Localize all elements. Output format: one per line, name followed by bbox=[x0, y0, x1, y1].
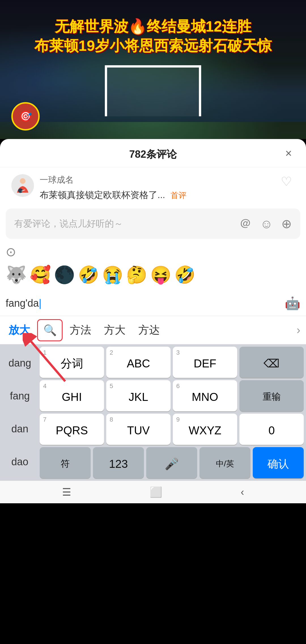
key-label-jkl: JKL bbox=[129, 391, 148, 403]
suggestions-row: 放大 🔍 方法 方大 方达 › bbox=[0, 316, 306, 344]
key-num-7: 7 bbox=[43, 416, 46, 423]
comment-item: 一球成名 布莱顿真接锁定欧联杯资格了... 首评 ♡ bbox=[0, 167, 306, 209]
key-label-zero: 0 bbox=[268, 424, 275, 437]
suggestion-方大[interactable]: 方大 bbox=[98, 320, 131, 340]
emoji-rofl[interactable]: 🤣 bbox=[174, 265, 196, 285]
nav-menu-icon[interactable]: ☰ bbox=[62, 486, 71, 498]
comments-count: 782条评论 bbox=[129, 148, 177, 161]
emoji-cry[interactable]: 😭 bbox=[102, 265, 123, 285]
key-label-123: 123 bbox=[109, 458, 128, 470]
key-num-4: 4 bbox=[43, 382, 46, 390]
key-123[interactable]: 123 bbox=[93, 447, 144, 478]
title-line2: 布莱顿19岁小将恩西索远射石破天惊 bbox=[11, 36, 295, 56]
key-mic[interactable]: 🎤 bbox=[146, 447, 197, 478]
comment-tag: 首评 bbox=[171, 191, 186, 200]
candidate-fang[interactable]: fang bbox=[0, 380, 40, 413]
comments-header: 782条评论 × bbox=[0, 139, 306, 167]
comments-panel: 782条评论 × 一球成名 布莱顿真接锁定欧联杯资格了... 首评 ♡ 有爱评论… bbox=[0, 139, 306, 291]
key-def[interactable]: 3 DEF bbox=[173, 347, 237, 378]
keyboard-switch-icon[interactable]: 🤖 bbox=[285, 296, 300, 311]
suggestion-放大[interactable]: 放大 bbox=[3, 320, 36, 340]
input-icons: ＠ ☺ ⊕ bbox=[239, 215, 292, 232]
key-label-wxyz: WXYZ bbox=[189, 424, 222, 437]
key-num-9: 9 bbox=[176, 416, 180, 423]
key-ghi[interactable]: 4 GHI bbox=[40, 380, 104, 411]
key-fenchi[interactable]: 1 分词 bbox=[40, 347, 104, 378]
key-label-reenter: 重输 bbox=[263, 391, 281, 403]
candidate-dang[interactable]: dang bbox=[0, 347, 40, 380]
key-row-1: 1 分词 2 ABC 3 DEF ⌫ bbox=[40, 347, 304, 378]
more-suggestions-arrow[interactable]: › bbox=[297, 324, 303, 336]
nav-home-icon[interactable]: ⬜ bbox=[150, 486, 162, 498]
title-line1: 无解世界波🔥终结曼城12连胜 bbox=[11, 17, 295, 36]
comment-input-area[interactable]: 有爱评论，说点儿好听的～ ＠ ☺ ⊕ bbox=[6, 209, 300, 239]
close-button[interactable]: × bbox=[282, 144, 295, 162]
key-wxyz[interactable]: 9 WXYZ bbox=[173, 414, 237, 445]
backspace-icon: ⌫ bbox=[264, 357, 280, 370]
key-zero[interactable]: 0 bbox=[239, 414, 304, 445]
key-pqrs[interactable]: 7 PQRS bbox=[40, 414, 104, 445]
key-row-2: 4 GHI 5 JKL 6 MNO 重输 bbox=[40, 380, 304, 411]
emoji-laugh[interactable]: 🤣 bbox=[78, 265, 99, 285]
key-label-lang: 中/英 bbox=[216, 458, 234, 469]
key-row-3: 7 PQRS 8 TUV 9 WXYZ 0 bbox=[40, 414, 304, 445]
key-label-ghi: GHI bbox=[62, 391, 82, 403]
comment-heart-button[interactable]: ♡ bbox=[278, 174, 295, 189]
key-label-def: DEF bbox=[194, 357, 216, 370]
key-label-symbol: 符 bbox=[61, 458, 70, 470]
pinyin-input-text: fang'da| bbox=[6, 297, 279, 309]
suggestion-方达[interactable]: 方达 bbox=[133, 320, 165, 340]
at-icon[interactable]: ＠ bbox=[239, 215, 252, 232]
key-lang[interactable]: 中/英 bbox=[199, 447, 250, 478]
keyboard-main: dang fang dan dao 1 分词 2 ABC 3 DEF bbox=[0, 344, 306, 481]
goal-post bbox=[105, 65, 201, 116]
key-label-pqrs: PQRS bbox=[56, 424, 88, 437]
key-backspace[interactable]: ⌫ bbox=[239, 347, 304, 378]
emoji-icon[interactable]: ☺ bbox=[260, 217, 273, 231]
search-icon: 🔍 bbox=[43, 324, 57, 336]
emoji-wolf[interactable]: 🐺 bbox=[6, 265, 27, 285]
keyboard-area: fang'da| 🤖 放大 🔍 方法 方大 方达 › bbox=[0, 291, 306, 481]
plus-icon[interactable]: ⊕ bbox=[281, 216, 292, 231]
key-label-tuv: TUV bbox=[127, 424, 150, 437]
svg-point-0 bbox=[20, 178, 26, 184]
key-label-mno: MNO bbox=[192, 391, 218, 403]
video-title: 无解世界波🔥终结曼城12连胜 布莱顿19岁小将恩西索远射石破天惊 bbox=[0, 17, 306, 55]
key-jkl[interactable]: 5 JKL bbox=[106, 380, 171, 411]
emoji-moon[interactable]: 🌑 bbox=[54, 265, 75, 285]
comment-text: 布莱顿真接锁定欧联杯资格了... 首评 bbox=[40, 188, 272, 202]
comment-main-text: 布莱顿真接锁定欧联杯资格了... bbox=[40, 190, 165, 200]
channel-avatar: 🎯 bbox=[11, 102, 40, 131]
navigation-bar: ☰ ⬜ ‹ bbox=[0, 481, 306, 503]
comment-username: 一球成名 bbox=[40, 174, 272, 186]
key-row-func: 符 123 🎤 中/英 确认 bbox=[40, 447, 304, 478]
key-mno[interactable]: 6 MNO bbox=[173, 380, 237, 411]
key-tuv[interactable]: 8 TUV bbox=[106, 414, 171, 445]
candidate-dan[interactable]: dan bbox=[0, 413, 40, 445]
key-num-2: 2 bbox=[110, 349, 113, 356]
nav-back-icon[interactable]: ‹ bbox=[241, 486, 244, 498]
emoji-tongue[interactable]: 😝 bbox=[150, 265, 171, 285]
key-label-abc: ABC bbox=[127, 357, 150, 370]
candidate-dao[interactable]: dao bbox=[0, 445, 40, 478]
pinyin-bar: fang'da| 🤖 bbox=[0, 291, 306, 316]
key-num-3: 3 bbox=[176, 349, 180, 356]
emoji-think[interactable]: 🤔 bbox=[126, 265, 147, 285]
suggestion-search-button[interactable]: 🔍 bbox=[37, 319, 63, 341]
key-num-1: 1 bbox=[43, 349, 46, 356]
camera-icon[interactable]: ⊙ bbox=[6, 245, 16, 259]
pinyin-cursor: | bbox=[39, 297, 41, 309]
key-label-fenchi: 分词 bbox=[61, 356, 83, 371]
emoji-hearts[interactable]: 🥰 bbox=[30, 265, 51, 285]
key-confirm[interactable]: 确认 bbox=[253, 447, 304, 478]
suggestion-方法[interactable]: 方法 bbox=[64, 320, 97, 340]
video-title-text: 无解世界波🔥终结曼城12连胜 布莱顿19岁小将恩西索远射石破天惊 bbox=[11, 17, 295, 55]
key-abc[interactable]: 2 ABC bbox=[106, 347, 171, 378]
key-symbol[interactable]: 符 bbox=[40, 447, 91, 478]
svg-point-1 bbox=[18, 188, 23, 193]
mic-icon: 🎤 bbox=[165, 457, 179, 471]
key-num-5: 5 bbox=[110, 382, 113, 390]
video-section: 无解世界波🔥终结曼城12连胜 布莱顿19岁小将恩西索远射石破天惊 🎯 bbox=[0, 0, 306, 139]
key-reenter[interactable]: 重输 bbox=[239, 380, 304, 411]
comment-avatar bbox=[11, 174, 34, 197]
